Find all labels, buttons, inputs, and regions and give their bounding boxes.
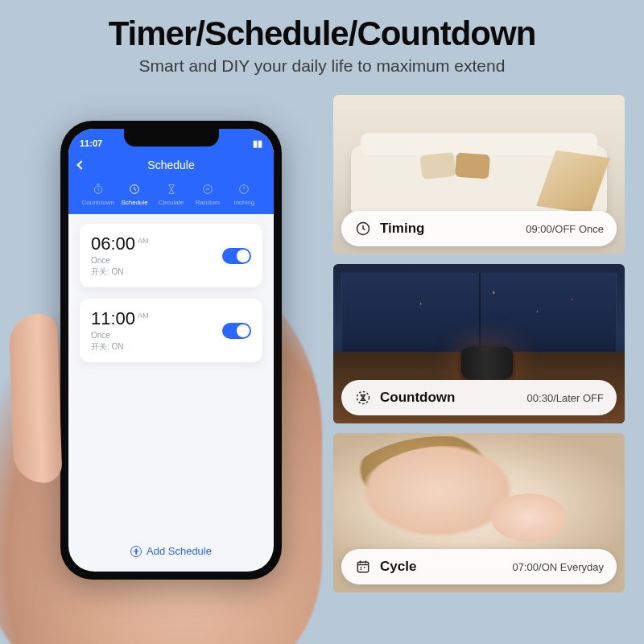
cycle-pill: Cycle 07:00/ON Everyday <box>341 549 617 584</box>
schedule-ampm: AM <box>138 312 149 320</box>
plus-icon <box>130 546 142 557</box>
tab-random[interactable]: Random <box>189 182 225 206</box>
countdown-value: 00:30/Later OFF <box>527 392 604 404</box>
timing-value: 09:00/OFF Once <box>526 223 604 235</box>
thumb-illustration <box>8 313 62 484</box>
tab-inching-label: Inching <box>226 199 262 206</box>
schedule-repeat: Once <box>91 331 149 340</box>
schedule-time: 06:00 <box>91 233 135 254</box>
schedule-item[interactable]: 11:00 AM Once 开关: ON <box>80 299 262 362</box>
schedule-toggle[interactable] <box>222 248 251 264</box>
page-title: Timer/Schedule/Countdown <box>0 14 644 53</box>
countdown-pill: Countdown 00:30/Later OFF <box>341 380 617 415</box>
add-schedule-label: Add Schedule <box>147 545 212 557</box>
tab-schedule-label: Schedule <box>116 199 152 206</box>
countdown-label: Countdown <box>380 390 455 406</box>
header: Timer/Schedule/Countdown Smart and DIY y… <box>0 0 644 76</box>
cycle-value: 07:00/ON Everyday <box>513 561 604 573</box>
add-schedule-button[interactable]: Add Schedule <box>68 545 274 557</box>
tab-circulate[interactable]: Circulate <box>153 182 189 206</box>
schedule-item[interactable]: 06:00 AM Once 开关: ON <box>80 224 262 287</box>
countdown-icon <box>91 182 105 196</box>
screen-title: Schedule <box>147 159 194 171</box>
schedule-time: 11:00 <box>91 308 135 329</box>
tab-countdown-label: Countdown <box>80 199 116 206</box>
svg-rect-6 <box>357 562 368 572</box>
app-titlebar: Schedule <box>78 156 264 174</box>
tab-inching[interactable]: Inching <box>226 182 262 206</box>
schedule-toggle[interactable] <box>222 323 251 339</box>
schedule-state: 开关: ON <box>91 266 149 278</box>
schedule-ampm: AM <box>138 237 149 245</box>
content: 11:07 ▮▮ Schedule Countdown <box>0 89 644 636</box>
cycle-label: Cycle <box>380 559 416 575</box>
back-icon[interactable] <box>76 160 85 169</box>
phone-notch <box>124 129 219 147</box>
panel-cycle: Cycle 07:00/ON Everyday <box>333 433 625 592</box>
panel-countdown: Countdown 00:30/Later OFF <box>333 264 625 423</box>
page-subtitle: Smart and DIY your daily life to maximum… <box>0 56 644 76</box>
clock-icon <box>354 220 372 237</box>
panel-timing: Timing 09:00/OFF Once <box>333 95 625 254</box>
phone-screen: 11:07 ▮▮ Schedule Countdown <box>68 129 274 572</box>
app-header: Schedule Countdown Schedule <box>68 153 274 214</box>
schedule-state: 开关: ON <box>91 341 149 353</box>
tab-circulate-label: Circulate <box>153 199 189 206</box>
schedule-list: 06:00 AM Once 开关: ON 11:00 AM <box>68 214 274 383</box>
timing-label: Timing <box>380 221 424 237</box>
schedule-icon <box>127 182 142 196</box>
timing-pill: Timing 09:00/OFF Once <box>341 211 617 246</box>
tab-random-label: Random <box>189 199 225 206</box>
inching-icon <box>237 182 251 196</box>
calendar-icon <box>354 558 372 576</box>
status-time: 11:07 <box>80 138 102 148</box>
mode-tabs: Countdown Schedule Circulate Random <box>78 182 264 206</box>
random-icon <box>200 182 215 196</box>
tab-countdown[interactable]: Countdown <box>80 182 116 206</box>
phone-frame: 11:07 ▮▮ Schedule Countdown <box>60 121 282 580</box>
feature-panels: Timing 09:00/OFF Once Countdown 00:30/La… <box>333 95 625 592</box>
tab-schedule[interactable]: Schedule <box>116 182 152 206</box>
status-icons: ▮▮ <box>253 138 262 149</box>
hourglass-icon <box>354 389 372 407</box>
circulate-icon <box>164 182 179 196</box>
hand-holding-phone: 11:07 ▮▮ Schedule Countdown <box>16 121 314 636</box>
schedule-repeat: Once <box>91 256 149 265</box>
